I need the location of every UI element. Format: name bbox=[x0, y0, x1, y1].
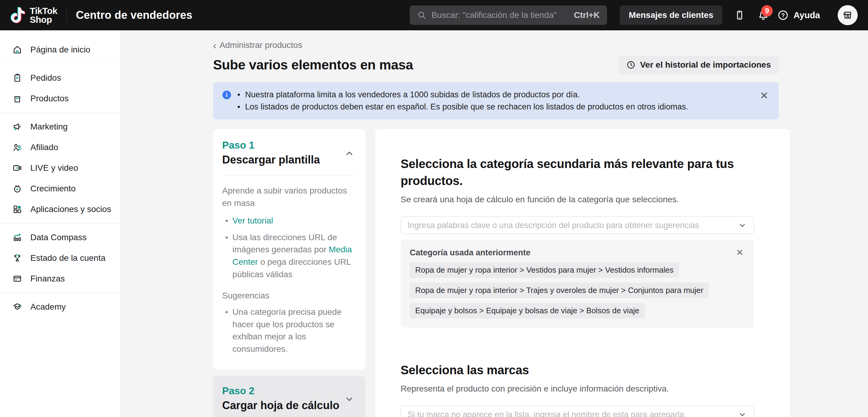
sidebar-item-data-compass[interactable]: Data Compass bbox=[0, 227, 120, 248]
help-label: Ayuda bbox=[793, 10, 820, 20]
phone-icon bbox=[734, 9, 745, 21]
banner-close-icon[interactable]: ✕ bbox=[758, 89, 771, 102]
breadcrumb[interactable]: ‹ Administrar productos bbox=[213, 40, 779, 50]
step1-bullet-media-center: • Usa las direcciones URL de imágenes ge… bbox=[222, 231, 356, 281]
bullet-dot: • bbox=[225, 231, 228, 281]
previous-category-title: Categoría usada anteriormente bbox=[410, 248, 530, 257]
panel-close-icon[interactable]: ✕ bbox=[735, 248, 745, 257]
info-banner: • Nuestra plataforma limita a los vended… bbox=[213, 82, 779, 120]
sidebar-item-estado-de-la-cuenta[interactable]: Estado de la cuenta bbox=[0, 248, 120, 268]
sidebar-label: Marketing bbox=[30, 122, 68, 132]
category-selection-card: Selecciona la categoría secundaria más r… bbox=[375, 129, 790, 417]
main-content: ‹ Administrar productos Sube varios elem… bbox=[120, 30, 868, 417]
shop-avatar[interactable] bbox=[838, 5, 858, 25]
brand-dropdown[interactable] bbox=[401, 406, 754, 417]
academy-icon bbox=[12, 302, 23, 312]
megaphone-icon bbox=[12, 122, 23, 132]
sidebar-label: Finanzas bbox=[30, 274, 65, 284]
trophy-icon bbox=[12, 253, 23, 263]
sidebar-item-live-y-video[interactable]: LIVE y video bbox=[0, 158, 120, 178]
tiktok-shop-logo[interactable]: TikTok Shop bbox=[10, 6, 57, 24]
step1-intro: Aprende a subir varios productos en masa bbox=[222, 185, 356, 209]
category-search-input[interactable] bbox=[408, 221, 734, 230]
sidebar-item-academy[interactable]: Academy bbox=[0, 297, 120, 317]
notifications-button[interactable]: 9 bbox=[751, 5, 775, 26]
products-icon bbox=[12, 93, 23, 104]
category-chip[interactable]: Ropa de mujer y ropa interior > Vestidos… bbox=[410, 262, 679, 278]
help-icon: ? bbox=[777, 9, 789, 21]
sidebar-label: Pedidos bbox=[30, 73, 61, 83]
collapse-step1-button[interactable] bbox=[344, 148, 355, 160]
bullet-dot: • bbox=[225, 215, 228, 227]
category-search-dropdown[interactable] bbox=[401, 217, 754, 234]
step1-label: Paso 1 bbox=[222, 139, 356, 151]
step1-bullet-tutorial: • Ver tutorial bbox=[222, 215, 356, 227]
notification-count-badge: 9 bbox=[761, 5, 773, 17]
category-chip[interactable]: Equipaje y bolsos > Equipaje y bolsas de… bbox=[410, 303, 645, 318]
step1-title: Descargar plantilla bbox=[222, 154, 356, 166]
card-divider bbox=[222, 175, 356, 175]
search-icon bbox=[417, 10, 427, 20]
finance-card-icon bbox=[12, 274, 23, 284]
step1-card: Paso 1 Descargar plantilla Aprende a sub… bbox=[213, 129, 365, 370]
sidebar-label: Estado de la cuenta bbox=[30, 253, 105, 263]
sidebar-item-afiliado[interactable]: Afiliado bbox=[0, 137, 120, 158]
sidebar-label: LIVE y video bbox=[30, 163, 78, 173]
clock-icon bbox=[626, 60, 636, 70]
step1-tip: • Una categoría precisa puede hacer que … bbox=[222, 306, 356, 355]
sidebar-item-marketing[interactable]: Marketing bbox=[0, 117, 120, 137]
banner-line: • Nuestra plataforma limita a los vended… bbox=[237, 89, 753, 101]
bullet-dot: • bbox=[237, 101, 240, 113]
brand-wordmark: TikTok Shop bbox=[30, 6, 57, 24]
chevron-down-icon bbox=[738, 410, 747, 417]
category-chip[interactable]: Ropa de mujer y ropa interior > Trajes y… bbox=[410, 283, 709, 298]
sidebar-divider bbox=[0, 113, 120, 113]
sidebar-item-aplicaciones-y-socios[interactable]: Aplicaciones y socios bbox=[0, 199, 120, 220]
search-input[interactable] bbox=[432, 10, 569, 20]
sidebar-item-finanzas[interactable]: Finanzas bbox=[0, 268, 120, 289]
sidebar-item-productos[interactable]: Productos bbox=[0, 88, 120, 109]
sidebar-label: Productos bbox=[30, 94, 69, 103]
app-title: Centro de vendedores bbox=[76, 9, 192, 22]
mobile-app-button[interactable] bbox=[728, 5, 751, 26]
import-history-button[interactable]: Ver el historial de importaciones bbox=[618, 56, 779, 74]
growth-icon bbox=[12, 184, 23, 194]
sidebar-divider bbox=[0, 293, 120, 293]
bullet-dot: • bbox=[237, 89, 240, 101]
brand-input[interactable] bbox=[408, 410, 734, 417]
sidebar-label: Academy bbox=[30, 302, 66, 312]
chevron-down-icon bbox=[344, 394, 355, 405]
help-button[interactable]: ? Ayuda bbox=[777, 9, 820, 21]
page-title: Sube varios elementos en masa bbox=[213, 57, 413, 72]
import-history-label: Ver el historial de importaciones bbox=[640, 60, 771, 70]
storefront-icon bbox=[842, 9, 854, 21]
step2-label: Paso 2 bbox=[222, 385, 356, 397]
breadcrumb-label: Administrar productos bbox=[219, 40, 302, 50]
orders-icon bbox=[12, 73, 23, 83]
sidebar-label: Página de inicio bbox=[30, 45, 90, 55]
top-header: TikTok Shop Centro de vendedores Ctrl+K … bbox=[0, 0, 868, 30]
expand-step2-button[interactable] bbox=[344, 394, 355, 406]
chevron-up-icon bbox=[344, 148, 355, 159]
brand-section-subtitle: Representa el producto con precisión e i… bbox=[401, 384, 754, 394]
sidebar-item-crecimiento[interactable]: Crecimiento bbox=[0, 178, 120, 199]
tutorial-link[interactable]: Ver tutorial bbox=[232, 216, 273, 225]
header-divider bbox=[66, 8, 67, 22]
previous-category-panel: Categoría usada anteriormente ✕ Ropa de … bbox=[401, 239, 754, 327]
bullet-dot: • bbox=[225, 306, 228, 355]
video-icon bbox=[12, 163, 23, 173]
global-search[interactable]: Ctrl+K bbox=[410, 5, 607, 25]
customer-messages-button[interactable]: Mensajes de clientes bbox=[620, 5, 723, 25]
step2-card[interactable]: Paso 2 Cargar hoja de cálculo bbox=[213, 376, 365, 417]
step2-title: Cargar hoja de cálculo bbox=[222, 399, 356, 412]
sidebar-divider bbox=[0, 223, 120, 224]
sidebar-item-pagina-de-inicio[interactable]: Página de inicio bbox=[0, 39, 120, 60]
data-compass-icon bbox=[12, 232, 23, 243]
apps-grid-icon bbox=[12, 204, 23, 215]
sidebar-item-pedidos[interactable]: Pedidos bbox=[0, 68, 120, 88]
sidebar-label: Aplicaciones y socios bbox=[30, 204, 111, 214]
home-icon bbox=[12, 44, 23, 55]
back-chevron-icon: ‹ bbox=[213, 40, 216, 50]
search-shortcut: Ctrl+K bbox=[574, 10, 600, 20]
banner-line: • Los listados de productos deben estar … bbox=[237, 101, 753, 113]
